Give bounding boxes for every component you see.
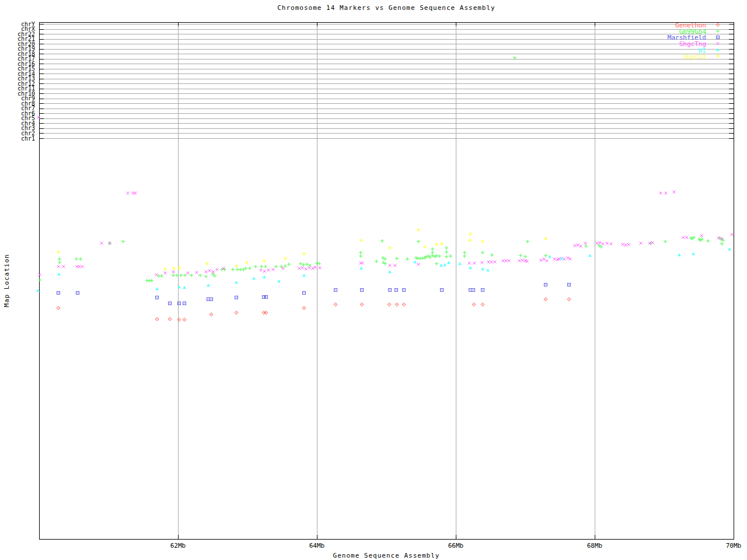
y-axis-title: Map Location <box>3 254 11 307</box>
series-Gm99Gb4 <box>38 56 725 282</box>
series-WI <box>36 247 731 292</box>
x-tick-label: 64Mb <box>302 542 332 550</box>
x-tick-label: 66Mb <box>441 542 471 550</box>
series-Marshfield <box>57 284 571 305</box>
gridlines <box>39 22 734 539</box>
plot-area <box>0 0 747 560</box>
chart-title: Chromosome 14 Markers vs Genome Sequence… <box>39 4 734 12</box>
y-tick-label: chr1 <box>1 136 35 141</box>
x-axis-title: Genome Sequence Assembly <box>39 552 734 559</box>
legend-item-ShgcG3: ShgcG3 <box>607 53 706 61</box>
axis-ticks <box>39 22 734 539</box>
x-tick-label: 62Mb <box>163 542 193 550</box>
series-Genethon <box>57 298 571 321</box>
chart-figure: Chromosome 14 Markers vs Genome Sequence… <box>0 0 747 560</box>
x-tick-label: 70Mb <box>718 542 747 550</box>
series-ShgcG3 <box>57 228 547 271</box>
x-tick-label: 68Mb <box>580 542 610 550</box>
plot-frame <box>40 23 734 540</box>
legend-markers <box>716 23 720 58</box>
series-ShgcTng <box>37 116 734 276</box>
